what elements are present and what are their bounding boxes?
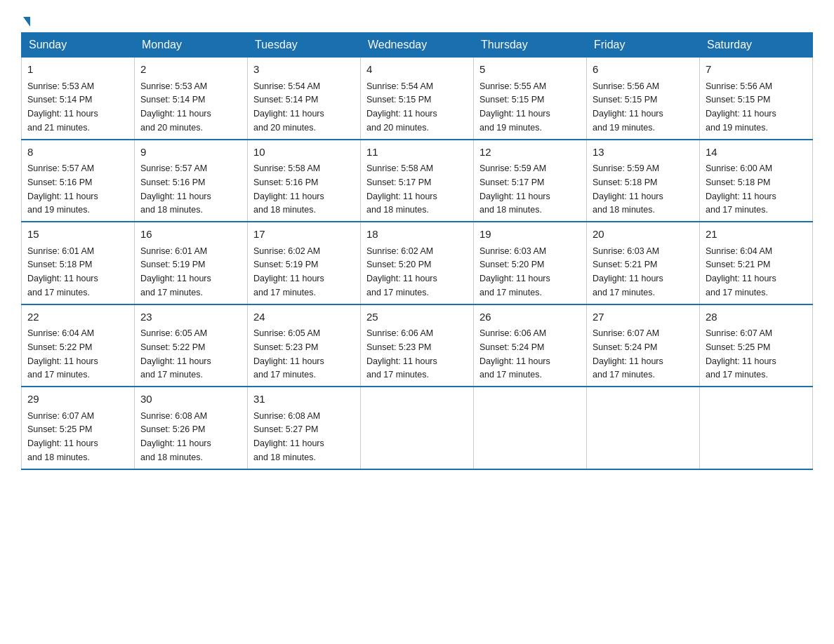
header [21, 14, 813, 25]
calendar-cell: 31 Sunrise: 6:08 AMSunset: 5:27 PMDaylig… [248, 387, 361, 469]
header-row: SundayMondayTuesdayWednesdayThursdayFrid… [22, 33, 813, 58]
calendar-cell: 29 Sunrise: 6:07 AMSunset: 5:25 PMDaylig… [22, 387, 135, 469]
day-number: 31 [253, 391, 355, 408]
day-number: 16 [140, 227, 241, 243]
day-number: 2 [140, 62, 241, 78]
week-row-3: 15 Sunrise: 6:01 AMSunset: 5:18 PMDaylig… [22, 222, 813, 304]
calendar-cell: 30 Sunrise: 6:08 AMSunset: 5:26 PMDaylig… [135, 387, 248, 469]
calendar-cell: 19 Sunrise: 6:03 AMSunset: 5:20 PMDaylig… [474, 222, 587, 304]
calendar-cell: 9 Sunrise: 5:57 AMSunset: 5:16 PMDayligh… [135, 140, 248, 222]
header-day-saturday: Saturday [700, 33, 813, 58]
day-number: 30 [140, 391, 241, 408]
day-number: 4 [366, 62, 468, 78]
calendar-cell: 27 Sunrise: 6:07 AMSunset: 5:24 PMDaylig… [587, 304, 700, 387]
calendar-cell: 7 Sunrise: 5:56 AMSunset: 5:15 PMDayligh… [700, 58, 813, 140]
calendar-cell: 5 Sunrise: 5:55 AMSunset: 5:15 PMDayligh… [474, 58, 587, 140]
week-row-1: 1 Sunrise: 5:53 AMSunset: 5:14 PMDayligh… [22, 58, 813, 140]
logo [21, 14, 30, 25]
day-number: 8 [27, 145, 128, 161]
calendar-cell [587, 387, 700, 469]
day-number: 15 [27, 227, 128, 243]
calendar-cell: 11 Sunrise: 5:58 AMSunset: 5:17 PMDaylig… [361, 140, 474, 222]
day-info: Sunrise: 6:07 AMSunset: 5:25 PMDaylight:… [27, 411, 98, 462]
day-info: Sunrise: 5:56 AMSunset: 5:15 PMDaylight:… [706, 81, 776, 133]
calendar-cell: 20 Sunrise: 6:03 AMSunset: 5:21 PMDaylig… [587, 222, 700, 304]
day-info: Sunrise: 5:53 AMSunset: 5:14 PMDaylight:… [27, 81, 98, 133]
week-row-2: 8 Sunrise: 5:57 AMSunset: 5:16 PMDayligh… [22, 140, 813, 222]
day-info: Sunrise: 5:57 AMSunset: 5:16 PMDaylight:… [140, 163, 211, 215]
calendar-cell: 22 Sunrise: 6:04 AMSunset: 5:22 PMDaylig… [22, 304, 135, 387]
calendar-cell: 1 Sunrise: 5:53 AMSunset: 5:14 PMDayligh… [22, 58, 135, 140]
day-number: 6 [593, 62, 694, 78]
day-number: 24 [253, 309, 355, 326]
day-info: Sunrise: 6:01 AMSunset: 5:18 PMDaylight:… [27, 246, 98, 297]
day-info: Sunrise: 6:05 AMSunset: 5:22 PMDaylight:… [140, 328, 211, 380]
day-info: Sunrise: 5:53 AMSunset: 5:14 PMDaylight:… [140, 81, 211, 133]
day-info: Sunrise: 6:07 AMSunset: 5:24 PMDaylight:… [593, 328, 663, 380]
day-number: 12 [479, 145, 581, 161]
calendar-cell: 26 Sunrise: 6:06 AMSunset: 5:24 PMDaylig… [474, 304, 587, 387]
week-row-5: 29 Sunrise: 6:07 AMSunset: 5:25 PMDaylig… [22, 387, 813, 469]
calendar-cell: 4 Sunrise: 5:54 AMSunset: 5:15 PMDayligh… [361, 58, 474, 140]
day-info: Sunrise: 5:55 AMSunset: 5:15 PMDaylight:… [479, 81, 550, 133]
header-day-sunday: Sunday [22, 33, 135, 58]
day-number: 7 [706, 62, 807, 78]
day-info: Sunrise: 6:07 AMSunset: 5:25 PMDaylight:… [706, 328, 776, 380]
day-number: 5 [479, 62, 581, 78]
day-info: Sunrise: 6:03 AMSunset: 5:21 PMDaylight:… [593, 246, 663, 297]
day-info: Sunrise: 6:01 AMSunset: 5:19 PMDaylight:… [140, 246, 211, 297]
header-day-tuesday: Tuesday [248, 33, 361, 58]
day-info: Sunrise: 6:08 AMSunset: 5:26 PMDaylight:… [140, 411, 211, 462]
logo-arrow-icon [23, 17, 30, 27]
day-info: Sunrise: 6:04 AMSunset: 5:22 PMDaylight:… [27, 328, 98, 380]
day-number: 19 [479, 227, 581, 243]
day-number: 22 [27, 309, 128, 326]
day-info: Sunrise: 6:03 AMSunset: 5:20 PMDaylight:… [479, 246, 550, 297]
calendar-cell: 18 Sunrise: 6:02 AMSunset: 5:20 PMDaylig… [361, 222, 474, 304]
calendar-cell [474, 387, 587, 469]
header-day-friday: Friday [587, 33, 700, 58]
calendar-cell: 12 Sunrise: 5:59 AMSunset: 5:17 PMDaylig… [474, 140, 587, 222]
day-info: Sunrise: 5:58 AMSunset: 5:16 PMDaylight:… [253, 163, 324, 215]
calendar-cell: 17 Sunrise: 6:02 AMSunset: 5:19 PMDaylig… [248, 222, 361, 304]
day-number: 20 [593, 227, 694, 243]
calendar-cell: 28 Sunrise: 6:07 AMSunset: 5:25 PMDaylig… [700, 304, 813, 387]
calendar-cell: 13 Sunrise: 5:59 AMSunset: 5:18 PMDaylig… [587, 140, 700, 222]
header-day-wednesday: Wednesday [361, 33, 474, 58]
calendar-cell: 16 Sunrise: 6:01 AMSunset: 5:19 PMDaylig… [135, 222, 248, 304]
week-row-4: 22 Sunrise: 6:04 AMSunset: 5:22 PMDaylig… [22, 304, 813, 387]
calendar-cell: 10 Sunrise: 5:58 AMSunset: 5:16 PMDaylig… [248, 140, 361, 222]
calendar-cell: 24 Sunrise: 6:05 AMSunset: 5:23 PMDaylig… [248, 304, 361, 387]
calendar-cell: 15 Sunrise: 6:01 AMSunset: 5:18 PMDaylig… [22, 222, 135, 304]
day-number: 28 [706, 309, 807, 326]
day-number: 14 [706, 145, 807, 161]
day-number: 27 [593, 309, 694, 326]
day-number: 1 [27, 62, 128, 78]
day-info: Sunrise: 6:08 AMSunset: 5:27 PMDaylight:… [253, 411, 324, 462]
day-info: Sunrise: 6:05 AMSunset: 5:23 PMDaylight:… [253, 328, 324, 380]
day-info: Sunrise: 6:02 AMSunset: 5:19 PMDaylight:… [253, 246, 324, 297]
calendar-cell: 25 Sunrise: 6:06 AMSunset: 5:23 PMDaylig… [361, 304, 474, 387]
day-number: 23 [140, 309, 241, 326]
day-number: 13 [593, 145, 694, 161]
header-day-monday: Monday [135, 33, 248, 58]
calendar-cell [361, 387, 474, 469]
day-number: 11 [366, 145, 468, 161]
day-info: Sunrise: 6:00 AMSunset: 5:18 PMDaylight:… [706, 163, 776, 215]
day-info: Sunrise: 5:54 AMSunset: 5:14 PMDaylight:… [253, 81, 324, 133]
day-info: Sunrise: 6:04 AMSunset: 5:21 PMDaylight:… [706, 246, 776, 297]
day-info: Sunrise: 5:59 AMSunset: 5:18 PMDaylight:… [593, 163, 663, 215]
day-number: 29 [27, 391, 128, 408]
day-number: 10 [253, 145, 355, 161]
calendar-header: SundayMondayTuesdayWednesdayThursdayFrid… [22, 33, 813, 58]
day-number: 21 [706, 227, 807, 243]
day-number: 18 [366, 227, 468, 243]
day-info: Sunrise: 5:59 AMSunset: 5:17 PMDaylight:… [479, 163, 550, 215]
day-info: Sunrise: 5:57 AMSunset: 5:16 PMDaylight:… [27, 163, 98, 215]
day-number: 9 [140, 145, 241, 161]
day-number: 25 [366, 309, 468, 326]
calendar-body: 1 Sunrise: 5:53 AMSunset: 5:14 PMDayligh… [22, 58, 813, 469]
calendar-cell: 21 Sunrise: 6:04 AMSunset: 5:21 PMDaylig… [700, 222, 813, 304]
day-info: Sunrise: 6:02 AMSunset: 5:20 PMDaylight:… [366, 246, 437, 297]
calendar-cell: 14 Sunrise: 6:00 AMSunset: 5:18 PMDaylig… [700, 140, 813, 222]
